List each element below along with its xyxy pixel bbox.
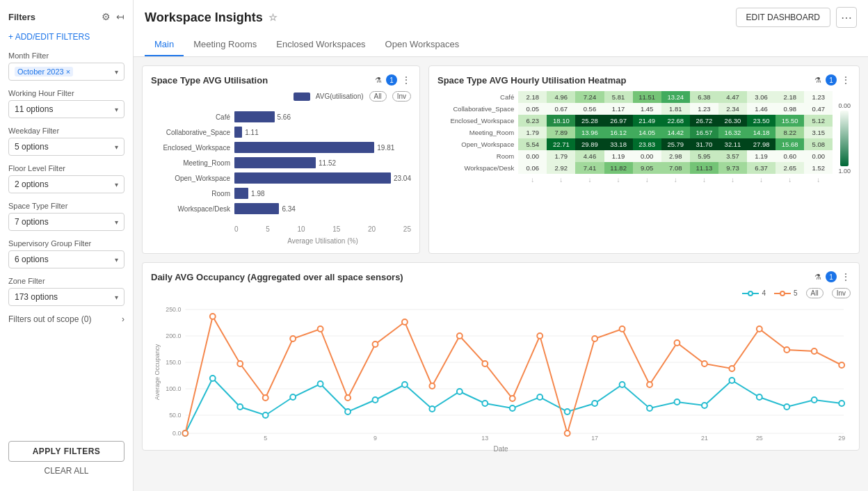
- tab-open-workspaces[interactable]: Open Workspaces: [376, 33, 469, 56]
- collapse-icon[interactable]: ↤: [116, 11, 124, 22]
- heatmap-cell: 14.42: [661, 127, 690, 138]
- svg-text:9: 9: [373, 435, 377, 442]
- heatmap-cell: 13.96: [575, 127, 604, 138]
- heatmap-icon-cell[interactable]: ↓: [661, 174, 690, 186]
- edit-dashboard-button[interactable]: EDIT DASHBOARD: [736, 8, 830, 27]
- zone-filter-select[interactable]: 173 options ▾: [8, 288, 124, 306]
- heatmap-header: Space Type AVG Hourly Utilisation Heatma…: [437, 74, 851, 86]
- bar-value: 23.04: [394, 175, 411, 182]
- line-chart-svg: 250.0 200.0 150.0 100.0 50.0 0.0: [151, 303, 851, 442]
- heatmap-cell: 2.18: [518, 91, 547, 103]
- heatmap-icon-cell[interactable]: ↓: [547, 174, 575, 186]
- apply-filters-button[interactable]: APPLY FILTERS: [8, 441, 124, 462]
- heatmap-icon-cell[interactable]: ↓: [518, 174, 547, 186]
- bar-chart-actions: ⚗ 1 ⋮: [375, 74, 411, 86]
- svg-point-13: [210, 376, 216, 381]
- heatmap-row: Meeting_Room1.797.8913.9616.1214.0514.42…: [437, 127, 833, 138]
- svg-text:25: 25: [756, 435, 763, 442]
- svg-point-25: [537, 394, 542, 400]
- svg-point-17: [318, 381, 323, 387]
- sidebar-header: Filters ⚙ ↤: [0, 7, 133, 29]
- heatmap-row: Open_Workspace5.5422.7129.8933.1823.8325…: [437, 138, 833, 150]
- heatmap-cell: 11.13: [690, 162, 718, 174]
- svg-point-49: [510, 396, 515, 401]
- heatmap-icon-cell[interactable]: ↓: [604, 174, 633, 186]
- bar-container: 11.52: [234, 157, 411, 168]
- bar-value: 11.52: [319, 159, 336, 167]
- sidebar-title: Filters: [8, 12, 35, 22]
- bar-chart-x-axis: 0510152025: [151, 224, 411, 234]
- heatmap-cell: 1.23: [804, 91, 833, 103]
- add-edit-filters-button[interactable]: + ADD/EDIT FILTERS: [0, 29, 133, 47]
- filters-out-of-scope[interactable]: Filters out of scope (0) ›: [0, 310, 133, 328]
- bar-label: Open_Workspace: [151, 175, 234, 182]
- heatmap-cell: 2.34: [718, 103, 747, 115]
- star-icon[interactable]: ☆: [268, 12, 278, 23]
- heatmap-icon-cell[interactable]: ↓: [804, 174, 833, 186]
- heatmap-cell: 1.79: [518, 127, 547, 138]
- heatmap-cell: 2.18: [775, 91, 804, 103]
- svg-text:150.0: 150.0: [166, 359, 181, 366]
- space-type-chevron: ▾: [115, 218, 118, 226]
- tab-meeting-rooms[interactable]: Meeting Rooms: [184, 33, 266, 56]
- svg-point-36: [839, 401, 844, 406]
- heatmap-row: Room0.001.794.461.190.002.985.953.571.19…: [437, 150, 833, 162]
- heatmap-row-label: Room: [437, 150, 518, 162]
- working-hour-chevron: ▾: [115, 106, 118, 113]
- heatmap-icon-cell[interactable]: ↓: [633, 174, 661, 186]
- heatmap-icon-cell[interactable]: ↓: [690, 174, 718, 186]
- line-chart-menu-button[interactable]: ⋮: [841, 271, 851, 282]
- supervisory-filter-select[interactable]: 6 options ▾: [8, 250, 124, 268]
- line-chart-filter-icon: ⚗: [814, 273, 821, 282]
- svg-point-37: [182, 430, 188, 436]
- floor-level-filter-select[interactable]: 2 options ▾: [8, 175, 124, 193]
- heatmap-cell: 8.22: [775, 127, 804, 138]
- svg-point-26: [565, 409, 570, 414]
- tab-main[interactable]: Main: [145, 33, 184, 56]
- heatmap-cell: 1.52: [804, 162, 833, 174]
- heatmap-cell: 25.79: [661, 138, 690, 150]
- supervisory-chevron: ▾: [115, 256, 118, 264]
- heatmap-cell: 9.05: [633, 162, 661, 174]
- tab-enclosed-workspaces[interactable]: Enclosed Workspaces: [266, 33, 375, 56]
- heatmap-cell: 21.49: [633, 115, 661, 127]
- legend-inv[interactable]: Inv: [392, 91, 411, 102]
- svg-text:0.0: 0.0: [172, 430, 181, 437]
- month-filter-chevron: ▾: [115, 68, 118, 76]
- bar-chart-menu-button[interactable]: ⋮: [401, 74, 411, 86]
- heatmap-icon-cell[interactable]: ↓: [718, 174, 747, 186]
- heatmap-icon-cell[interactable]: ↓: [775, 174, 804, 186]
- space-type-filter-select[interactable]: 7 options ▾: [8, 213, 124, 231]
- top-cards-row: Space Type AVG Utilisation ⚗ 1 ⋮ AVG(uti…: [142, 65, 860, 254]
- clear-all-button[interactable]: CLEAR ALL: [44, 466, 88, 476]
- more-options-button[interactable]: ⋯: [836, 7, 857, 28]
- bar-container: 6.34: [234, 203, 411, 214]
- heatmap-cell: 6.38: [690, 91, 718, 103]
- heatmap-icon-cell[interactable]: ↓: [575, 174, 604, 186]
- bar-container: 19.81: [234, 142, 411, 153]
- weekday-filter-select[interactable]: 5 options ▾: [8, 138, 124, 156]
- month-filter-remove[interactable]: ×: [66, 67, 70, 76]
- svg-text:13: 13: [481, 435, 488, 442]
- heatmap-cell: 1.79: [547, 150, 575, 162]
- line-chart-legend-inv[interactable]: Inv: [832, 288, 851, 298]
- heatmap-cell: 0.00: [804, 150, 833, 162]
- line-chart-legend-all[interactable]: All: [806, 288, 823, 298]
- settings-icon[interactable]: ⚙: [102, 11, 111, 22]
- legend-all[interactable]: All: [369, 91, 387, 102]
- heatmap-cell: 6.23: [518, 115, 547, 127]
- heatmap-cell: 9.73: [718, 162, 747, 174]
- heatmap-icon-cell[interactable]: ↓: [747, 174, 775, 186]
- heatmap-cell: 0.47: [804, 103, 833, 115]
- heatmap-row-label: Café: [437, 91, 518, 103]
- month-filter-select[interactable]: October 2023 × ▾: [8, 63, 124, 81]
- heatmap-menu-button[interactable]: ⋮: [841, 74, 851, 86]
- svg-point-56: [702, 361, 707, 367]
- svg-point-58: [757, 326, 762, 332]
- heatmap-cell: 1.81: [661, 103, 690, 115]
- bar-chart-body: Café 5.66 Collaborative_Space 1.11 Enclo…: [151, 106, 411, 224]
- heatmap-cell: 29.89: [575, 138, 604, 150]
- svg-point-43: [345, 395, 351, 401]
- working-hour-filter-select[interactable]: 11 options ▾: [8, 100, 124, 118]
- sidebar: Filters ⚙ ↤ + ADD/EDIT FILTERS Month Fil…: [0, 0, 134, 491]
